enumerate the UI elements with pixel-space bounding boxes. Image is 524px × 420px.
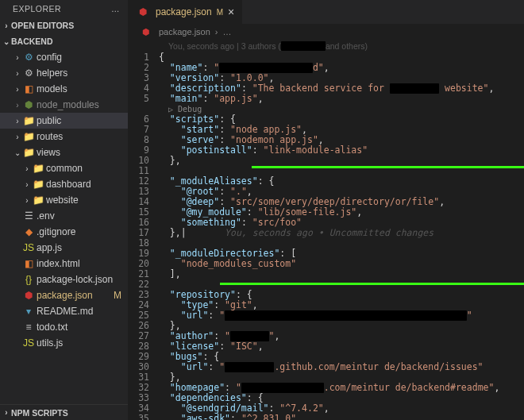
- chevron-right-icon: ›: [13, 85, 22, 94]
- model-icon: ◧: [22, 83, 35, 94]
- env-icon: ☰: [22, 210, 35, 222]
- section-npm-scripts[interactable]: › NPM SCRIPTS: [0, 404, 128, 420]
- npm-icon: ⬢: [137, 6, 149, 17]
- code-content: "postinstall": "link-module-alias": [159, 145, 368, 156]
- git-icon: ◆: [22, 226, 35, 237]
- js-icon: JS: [22, 337, 35, 349]
- tab-package-json[interactable]: ⬢ package.json M ×: [129, 0, 243, 24]
- code-content: ],: [159, 269, 181, 279]
- folder-website[interactable]: ›📁website: [0, 192, 128, 208]
- tree-label: node_modules: [37, 99, 99, 110]
- tab-label: package.json: [156, 6, 212, 17]
- code-line[interactable]: 10 },: [129, 156, 524, 166]
- md-icon: ▾: [22, 306, 35, 317]
- html-icon: ◧: [22, 258, 35, 269]
- chevron-right-icon: ›: [13, 101, 22, 110]
- config-icon: ⚙: [22, 52, 35, 63]
- tree-label: README.md: [37, 306, 93, 317]
- explorer-header: EXPLORER …: [0, 0, 128, 17]
- tree-label: config: [37, 52, 62, 63]
- folder-routes[interactable]: ›📁routes: [0, 129, 128, 144]
- folder-dashboard[interactable]: ›📁dashboard: [0, 176, 128, 192]
- tab-dirty-badge: M: [217, 8, 223, 17]
- tree-label: routes: [37, 131, 63, 142]
- code-content: },: [159, 156, 181, 166]
- chevron-down-icon: ⌄: [13, 148, 22, 157]
- folder-public[interactable]: ›📁public: [0, 113, 128, 129]
- folder-views[interactable]: ⌄📁views: [0, 144, 128, 160]
- folder-models[interactable]: ›◧models: [0, 81, 128, 97]
- code-content: },| You, seconds ago • Uncommitted chang…: [159, 228, 433, 238]
- tree-label: app.js: [37, 242, 62, 253]
- tree-label: index.html: [37, 258, 80, 269]
- file--gitignore[interactable]: ◆.gitignore: [0, 224, 128, 240]
- chevron-right-icon: ›: [22, 180, 32, 189]
- folder-helpers[interactable]: ›⚙helpers: [0, 65, 128, 81]
- more-icon[interactable]: …: [111, 4, 120, 13]
- code-line[interactable]: 21 ],: [129, 269, 524, 279]
- folder-icon: 📁: [32, 195, 44, 206]
- tab-bar: ⬢ package.json M ×: [129, 0, 524, 24]
- breadcrumb-more: …: [223, 27, 232, 37]
- close-icon[interactable]: ×: [228, 6, 234, 18]
- folder-icon: 📁: [32, 163, 44, 174]
- file-package-json[interactable]: ⬢package.jsonM: [0, 287, 128, 303]
- breadcrumb[interactable]: ⬢ package.json › …: [129, 24, 524, 40]
- folder-icon: 📁: [32, 179, 44, 190]
- code-content: "url": "XXXXXXXXX.github.com/meintur de/…: [159, 362, 484, 372]
- folder-icon: 📁: [22, 115, 35, 126]
- tree-label: models: [37, 83, 67, 94]
- tree-label: public: [37, 115, 61, 126]
- json-icon: {}: [22, 274, 35, 285]
- tree-label: dashboard: [46, 179, 91, 190]
- code-line[interactable]: 20 "node_modules_custom": [129, 259, 524, 269]
- breadcrumb-file: package.json: [159, 27, 210, 37]
- folder-node-modules[interactable]: ›⬢node_modules: [0, 97, 128, 113]
- code-line[interactable]: 5 "main": "app.js",: [129, 94, 524, 104]
- tree-label: .env: [37, 210, 55, 222]
- file-index-html[interactable]: ◧index.html: [0, 256, 128, 272]
- code-line[interactable]: 35 "aws-sdk": "^2.831.0",: [129, 414, 524, 420]
- tree-label: todo.txt: [37, 322, 67, 333]
- chevron-down-icon: ⌄: [2, 37, 11, 46]
- txt-icon: ≡: [22, 322, 35, 333]
- chevron-right-icon: ›: [13, 53, 22, 62]
- code-line[interactable]: 9 "postinstall": "link-module-alias": [129, 145, 524, 156]
- code-editor[interactable]: 1{2 "name": "XXXXXXXXXXXXXXXXXd",3 "vers…: [129, 52, 524, 420]
- code-line[interactable]: 25 "url": "gitthttps://github.com/meintu…: [129, 310, 524, 321]
- tree-label: .gitignore: [37, 226, 75, 237]
- folder-common[interactable]: ›📁common: [0, 160, 128, 176]
- folder-config[interactable]: ›⚙config: [0, 49, 128, 65]
- file-todo-txt[interactable]: ≡todo.txt: [0, 319, 128, 335]
- code-line[interactable]: 30 "url": "XXXXXXXXX.github.com/meintur …: [129, 362, 524, 372]
- file-tree[interactable]: ›⚙config›⚙helpers›◧models›⬢node_modules›…: [0, 49, 128, 404]
- npm-icon: ⬢: [140, 27, 152, 37]
- section-open-editors[interactable]: › OPEN EDITORS: [0, 17, 128, 33]
- gear-icon: ⚙: [22, 67, 35, 79]
- chevron-right-icon: ›: [13, 117, 22, 125]
- npm-icon: ⬢: [22, 290, 35, 301]
- gitlens-blame: You, seconds ago | 3 authors (XXXXXXXX a…: [129, 40, 524, 52]
- chevron-right-icon: ›: [22, 164, 32, 173]
- code-content: "aws-sdk": "^2.831.0",: [159, 414, 302, 420]
- tree-label: package-lock.json: [37, 274, 113, 285]
- tree-label: helpers: [37, 67, 67, 79]
- folder-icon: 📁: [22, 131, 35, 142]
- modified-badge: M: [114, 290, 121, 301]
- file-app-js[interactable]: JSapp.js: [0, 240, 128, 256]
- chevron-right-icon: ›: [2, 21, 11, 30]
- tree-label: website: [46, 195, 79, 206]
- chevron-right-icon: ›: [215, 27, 218, 37]
- explorer-sidebar: EXPLORER … › OPEN EDITORS ⌄ BACKEND ›⚙co…: [0, 0, 129, 420]
- file-package-lock-json[interactable]: {}package-lock.json: [0, 272, 128, 287]
- section-backend[interactable]: ⌄ BACKEND: [0, 33, 128, 49]
- js-icon: JS: [22, 242, 35, 253]
- chevron-right-icon: ›: [13, 133, 22, 141]
- file-readme-md[interactable]: ▾README.md: [0, 303, 128, 319]
- file-utils-js[interactable]: JSutils.js: [0, 335, 128, 351]
- chevron-right-icon: ›: [2, 408, 11, 417]
- line-number: 35: [129, 414, 159, 420]
- chevron-right-icon: ›: [13, 69, 22, 78]
- code-line[interactable]: 17 },| You, seconds ago • Uncommitted ch…: [129, 228, 524, 238]
- file--env[interactable]: ☰.env: [0, 208, 128, 224]
